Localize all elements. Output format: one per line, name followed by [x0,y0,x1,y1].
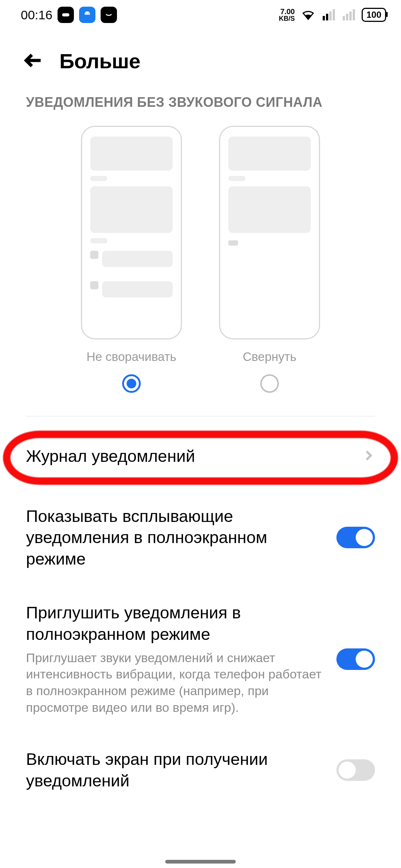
option-collapse-label: Свернуть [243,350,297,364]
page-title: Больше [59,49,140,73]
svg-rect-6 [333,9,335,20]
radio-collapse[interactable] [260,374,279,393]
switch-wake-screen[interactable] [336,759,375,781]
signal-icon-1 [322,8,335,22]
home-indicator[interactable] [165,860,236,864]
status-bar-left: 00:16 [21,7,117,23]
option-no-collapse-label: Не сворачивать [87,350,176,364]
back-button[interactable] [24,51,43,72]
switch-mute-fullscreen[interactable] [336,648,375,670]
wifi-icon [301,8,315,22]
svg-rect-5 [329,11,332,20]
preview-collapse [219,126,320,339]
svg-rect-9 [349,11,352,20]
item-mute-fullscreen-title: Приглушить уведомления в полноэкранном р… [26,602,322,645]
item-wake-screen-title: Включать экран при получении уведомлений [26,749,322,791]
chevron-right-icon [362,449,375,463]
network-speed: 7.00 KB/S [279,8,295,22]
option-no-collapse[interactable]: Не сворачивать [81,126,182,393]
divider [26,416,375,417]
svg-rect-0 [62,13,69,17]
item-popup-fullscreen[interactable]: Показывать всплывающие уведомления в пол… [0,483,401,586]
radio-no-collapse[interactable] [122,374,141,393]
item-notification-log[interactable]: Журнал уведомлений [0,429,401,483]
svg-point-2 [88,13,89,14]
section-label-silent: УВЕДОМЛЕНИЯ БЕЗ ЗВУКОВОГО СИГНАЛА [0,95,401,126]
item-mute-fullscreen[interactable]: Приглушить уведомления в полноэкранном р… [0,586,401,732]
app-icon-android [79,7,95,23]
notification-style-options: Не сворачивать Свернуть [0,126,401,397]
status-time: 00:16 [21,8,52,22]
item-popup-fullscreen-title: Показывать всплывающие уведомления в пол… [26,506,322,570]
network-speed-value: 7.00 [279,8,295,15]
status-bar: 00:16 7.00 KB/S 100 [0,0,401,30]
app-bar: Больше [0,30,401,95]
highlighted-item-wrap: Журнал уведомлений [0,429,401,483]
signal-icon-2 [342,8,355,22]
battery-indicator: 100 [362,8,386,22]
svg-point-1 [86,13,87,14]
network-speed-unit: KB/S [279,15,295,22]
app-icon-smile [101,7,117,23]
preview-no-collapse [81,126,182,339]
option-collapse[interactable]: Свернуть [219,126,320,393]
item-mute-fullscreen-sub: Приглушает звуки уведомлений и снижает и… [26,650,322,716]
item-notification-log-title: Журнал уведомлений [26,445,348,467]
switch-popup-fullscreen[interactable] [336,527,375,548]
svg-rect-4 [326,14,328,20]
status-bar-right: 7.00 KB/S 100 [279,8,386,22]
svg-rect-3 [323,16,325,20]
app-icon-oculus [58,7,74,23]
item-wake-screen[interactable]: Включать экран при получении уведомлений [0,732,401,808]
svg-rect-8 [346,14,348,20]
svg-rect-7 [343,16,345,20]
svg-rect-10 [353,9,355,20]
